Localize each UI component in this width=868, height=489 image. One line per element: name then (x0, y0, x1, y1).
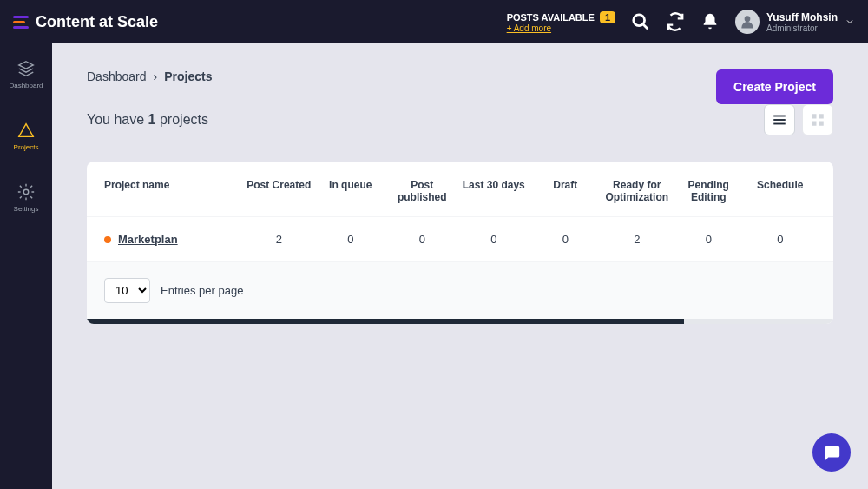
avatar (735, 10, 760, 34)
chat-icon (822, 443, 841, 462)
breadcrumb: Dashboard › Projects (87, 69, 212, 83)
horizontal-scrollbar[interactable] (87, 319, 833, 324)
refresh-icon[interactable] (666, 12, 685, 31)
th-schedule: Schedule (745, 179, 817, 203)
project-link[interactable]: Marketplan (118, 233, 178, 246)
cell-schedule: 0 (745, 233, 817, 246)
main-content: Dashboard › Projects Create Project You … (52, 43, 868, 489)
th-name: Project name (104, 179, 243, 203)
grid-icon (810, 112, 825, 128)
breadcrumb-sep: › (154, 69, 158, 83)
user-name: Yusuff Mohsin (766, 11, 838, 23)
projects-count-text: You have 1 projects (87, 112, 208, 128)
list-view-button[interactable] (764, 104, 795, 135)
chat-fab[interactable] (812, 433, 851, 472)
th-pending: Pending Editing (673, 179, 745, 203)
table-footer: 10 Entries per page (87, 261, 833, 319)
cell-post-created: 2 (243, 233, 315, 246)
create-project-button[interactable]: Create Project (716, 69, 833, 104)
entries-select[interactable]: 10 (104, 278, 150, 303)
cell-published: 0 (386, 233, 458, 246)
chevron-down-icon (845, 17, 855, 27)
user-menu[interactable]: Yusuff Mohsin Administrator (735, 10, 855, 34)
breadcrumb-current: Projects (164, 69, 212, 83)
th-post-created: Post Created (243, 179, 315, 203)
entries-label: Entries per page (161, 284, 243, 297)
cell-pending: 0 (673, 233, 745, 246)
list-icon (772, 112, 787, 128)
user-role: Administrator (766, 23, 838, 33)
breadcrumb-parent[interactable]: Dashboard (87, 69, 147, 83)
table-header: Project name Post Created In queue Post … (87, 162, 833, 216)
svg-line-1 (643, 24, 648, 30)
layers-icon (16, 59, 36, 78)
triangle-icon (16, 121, 36, 140)
sidebar-item-label: Projects (14, 143, 39, 151)
sidebar-item-label: Dashboard (9, 82, 43, 89)
svg-point-3 (23, 189, 29, 195)
cell-in-queue: 0 (315, 233, 387, 246)
svg-rect-7 (812, 114, 816, 118)
projects-table: Project name Post Created In queue Post … (87, 162, 833, 324)
sidebar-item-settings[interactable]: Settings (0, 175, 52, 220)
bell-icon[interactable] (700, 12, 720, 31)
gear-icon (16, 182, 36, 202)
search-icon[interactable] (631, 12, 650, 31)
sidebar-item-dashboard[interactable]: Dashboard (0, 52, 52, 96)
logo[interactable]: Content at Scale (13, 13, 158, 31)
posts-available: POSTS AVAILABLE 1 + Add more (507, 11, 615, 33)
th-last30: Last 30 days (458, 179, 530, 203)
sidebar: Dashboard Projects Settings (0, 0, 52, 489)
grid-view-button[interactable] (802, 104, 833, 135)
svg-point-2 (745, 16, 751, 22)
th-draft: Draft (529, 179, 602, 203)
posts-count-badge: 1 (600, 11, 615, 23)
status-dot (104, 236, 111, 243)
sidebar-item-projects[interactable]: Projects (0, 114, 52, 158)
cell-draft: 0 (529, 233, 602, 246)
logo-icon (13, 16, 29, 29)
th-in-queue: In queue (315, 179, 387, 203)
th-published: Post published (386, 179, 458, 203)
th-ready: Ready for Optimization (602, 179, 674, 203)
svg-rect-10 (819, 122, 824, 126)
sidebar-item-label: Settings (14, 205, 39, 213)
cell-last30: 0 (458, 233, 530, 246)
brand-name: Content at Scale (36, 13, 158, 31)
svg-point-0 (634, 15, 645, 26)
table-row[interactable]: Marketplan 2 0 0 0 0 2 0 0 (87, 216, 833, 261)
svg-rect-9 (812, 122, 816, 126)
cell-ready: 2 (602, 233, 674, 246)
topbar: Content at Scale POSTS AVAILABLE 1 + Add… (0, 0, 868, 43)
svg-rect-8 (819, 114, 824, 118)
add-more-link[interactable]: + Add more (507, 23, 551, 33)
posts-available-label: POSTS AVAILABLE (507, 12, 595, 23)
